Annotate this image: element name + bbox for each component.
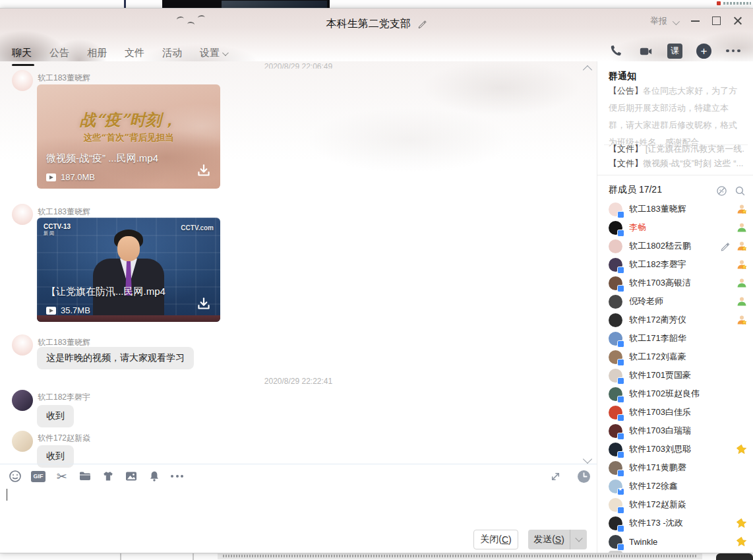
search-members-icon[interactable] xyxy=(735,185,746,199)
gift-shirt-icon[interactable] xyxy=(101,470,115,483)
background-window-bottom xyxy=(0,552,753,560)
member-row[interactable]: 软件172徐鑫 xyxy=(609,477,747,495)
member-row[interactable]: 软件1703白佳乐 xyxy=(609,403,747,421)
cctv13-logo: CCTV-13新闻 xyxy=(44,223,71,236)
background-window-top xyxy=(0,0,753,9)
member-name: 软工172刘嘉豪 xyxy=(629,351,686,363)
play-icon xyxy=(46,173,56,181)
online-device-badge xyxy=(617,488,624,495)
member-row[interactable]: 软件1703刘思聪 xyxy=(609,440,747,458)
play-icon xyxy=(46,307,56,315)
member-row[interactable]: 软件1703高银洁 xyxy=(609,274,747,292)
member-row[interactable]: Twinkle xyxy=(609,532,747,551)
member-name: 软件1703高银洁 xyxy=(629,277,691,289)
member-row[interactable]: 软工183董晓辉 xyxy=(609,200,747,218)
message-bubble[interactable]: 收到 xyxy=(37,405,74,427)
online-device-badge xyxy=(617,525,624,532)
online-device-badge xyxy=(617,340,624,348)
member-avatar xyxy=(609,516,622,530)
member-avatar xyxy=(609,221,622,235)
member-name: 软件172赵新焱 xyxy=(629,499,686,511)
online-device-badge xyxy=(617,377,624,385)
online-device-badge xyxy=(617,544,624,551)
gif-icon[interactable]: GIF xyxy=(31,471,45,482)
message-input[interactable] xyxy=(0,486,597,526)
avatar[interactable] xyxy=(12,204,33,225)
more-actions-icon[interactable] xyxy=(725,43,741,59)
close-window-button[interactable] xyxy=(733,16,742,25)
member-avatar xyxy=(609,313,622,327)
add-plus-icon[interactable]: + xyxy=(696,44,711,59)
background-window-edge xyxy=(193,552,194,560)
maximize-button[interactable] xyxy=(712,16,721,25)
text-caret xyxy=(7,489,7,501)
group-manage-icon[interactable] xyxy=(716,185,727,199)
input-toolbar: GIF ✂ xyxy=(8,468,184,484)
member-avatar xyxy=(609,406,622,420)
member-avatar xyxy=(609,480,622,493)
member-avatar xyxy=(609,498,622,512)
news-desk xyxy=(37,315,220,322)
emoji-icon[interactable] xyxy=(8,470,22,483)
image-icon[interactable] xyxy=(124,470,138,483)
notice-file-item[interactable]: 【文件】 [让党旗在防汛救灾第一线... xyxy=(609,143,744,155)
member-row[interactable]: 软件171黄鹏磬 xyxy=(609,458,747,477)
avatar[interactable] xyxy=(12,431,33,452)
member-row[interactable]: 软工182李磬宇 xyxy=(609,255,747,274)
member-row[interactable]: 软工171李韶华 xyxy=(609,329,747,348)
member-name: 软件1703白佳乐 xyxy=(629,406,691,418)
member-name: 软件1701贾国豪 xyxy=(629,369,691,381)
member-row[interactable]: 软工172刘嘉豪 xyxy=(609,348,747,366)
voice-call-icon[interactable] xyxy=(608,43,624,59)
member-row[interactable]: 软工1802嵇云鹏 xyxy=(609,237,747,255)
download-icon[interactable] xyxy=(195,296,212,315)
member-row[interactable]: 软件1701贾国豪 xyxy=(609,366,747,385)
member-row[interactable]: 软件172赵新焱 xyxy=(609,495,747,514)
expand-input-icon[interactable] xyxy=(549,470,562,483)
announcement-label: 【公告】 xyxy=(609,86,643,96)
notice-file-item[interactable]: 【文件】微视频-战“疫”时刻 这些 “... xyxy=(609,158,744,170)
background-window-title xyxy=(723,2,751,5)
bell-notify-icon[interactable] xyxy=(147,470,161,483)
member-avatar xyxy=(609,239,622,253)
send-button[interactable]: 发送(S) xyxy=(528,530,570,549)
video-card-epidemic[interactable]: 战“疫”时刻， 这些“首次”背后见担当 微视频-战“疫” ...民网.mp4 1… xyxy=(37,84,220,189)
report-button[interactable]: 举报 xyxy=(650,15,667,27)
member-name: 软件1702班赵良伟 xyxy=(629,388,700,400)
message-history-clock-icon[interactable] xyxy=(577,470,591,483)
class-mode-icon[interactable]: 课 xyxy=(667,44,682,59)
member-name: 软工1802嵇云鹏 xyxy=(629,240,691,252)
member-row[interactable]: 倪玲老师 xyxy=(609,292,747,311)
group-announcement[interactable]: 【公告】各位同志大家好，为了方便后期开展支部活动，特建立本群，请大家进群后修改昵… xyxy=(609,82,743,151)
video-call-icon[interactable] xyxy=(638,43,653,59)
avatar[interactable] xyxy=(12,390,33,411)
video-card-news[interactable]: CCTV-13新闻 CCTV.com 【让党旗在防汛...民网.mp4 35.7… xyxy=(37,218,220,322)
scroll-down-hint-icon[interactable] xyxy=(583,454,592,464)
members-count-title: 群成员 17/21 xyxy=(609,184,662,196)
member-row[interactable]: 李畅 xyxy=(609,218,747,237)
edit-member-icon[interactable] xyxy=(720,241,730,251)
report-chevron-icon[interactable] xyxy=(673,17,678,27)
member-row[interactable]: 软件173 -沈政 xyxy=(609,514,747,532)
timestamp-clipped: 2020/8/29 22:06:49 xyxy=(0,60,597,69)
message-bubble[interactable]: 这是昨晚的视频，请大家观看学习 xyxy=(37,347,194,369)
minimize-button[interactable] xyxy=(691,20,700,22)
page-title: 本科生第二党支部 xyxy=(326,18,411,29)
more-tools-icon[interactable] xyxy=(170,470,184,483)
online-device-badge xyxy=(617,396,624,403)
send-options-chevron[interactable] xyxy=(570,530,587,549)
screenshot-scissors-icon[interactable]: ✂ xyxy=(55,470,69,483)
member-avatar xyxy=(609,258,622,272)
edit-title-icon[interactable] xyxy=(417,19,427,30)
file-folder-icon[interactable] xyxy=(78,470,92,483)
video-size-row: 35.7MB xyxy=(46,305,90,315)
member-row[interactable]: 软件1702班赵良伟 xyxy=(609,385,747,403)
download-icon[interactable] xyxy=(195,162,212,182)
chat-message-list[interactable]: 2020/8/29 22:06:49 软工183董晓辉 战“疫”时刻， 这些“首… xyxy=(0,60,597,464)
close-chat-button[interactable]: 关闭(C) xyxy=(473,530,518,549)
member-row[interactable]: 软件172蔺芳仪 xyxy=(609,311,747,329)
avatar[interactable] xyxy=(12,70,33,91)
group-title-row: 本科生第二党支部 xyxy=(0,17,753,31)
avatar[interactable] xyxy=(12,334,33,356)
member-row[interactable]: 软件1703白瑞瑞 xyxy=(609,421,747,440)
